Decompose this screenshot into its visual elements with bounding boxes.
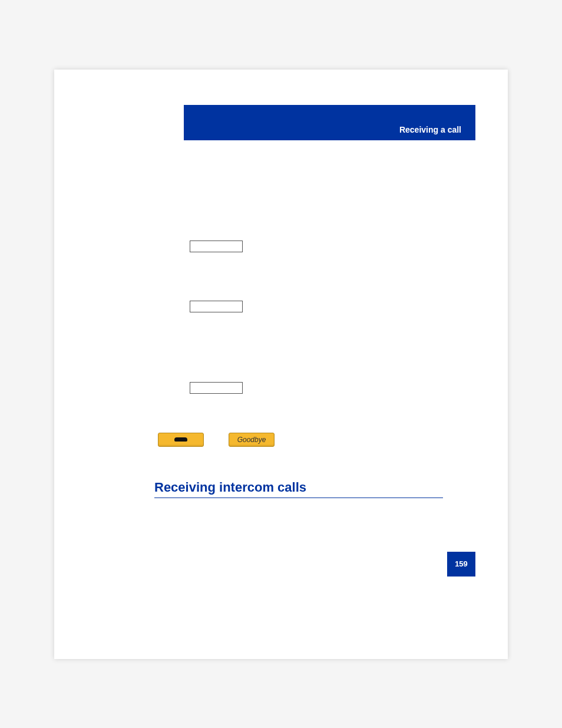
phone-hangup-icon xyxy=(174,436,187,443)
header-band: Receiving a call xyxy=(184,105,475,140)
page-number: 159 xyxy=(455,559,468,568)
page-number-box: 159 xyxy=(447,552,475,577)
button-row: Goodbye xyxy=(158,433,275,447)
section-heading: Receiving intercom calls xyxy=(154,480,443,498)
goodbye-button[interactable]: Goodbye xyxy=(229,433,275,447)
hangup-button[interactable] xyxy=(158,433,204,447)
input-slot-3 xyxy=(190,382,243,394)
input-slot-1 xyxy=(190,241,243,252)
document-page: Receiving a call Goodbye Receiving inter… xyxy=(54,70,508,659)
input-slot-2 xyxy=(190,301,243,312)
goodbye-button-label: Goodbye xyxy=(237,436,266,444)
header-section-title: Receiving a call xyxy=(399,125,461,134)
